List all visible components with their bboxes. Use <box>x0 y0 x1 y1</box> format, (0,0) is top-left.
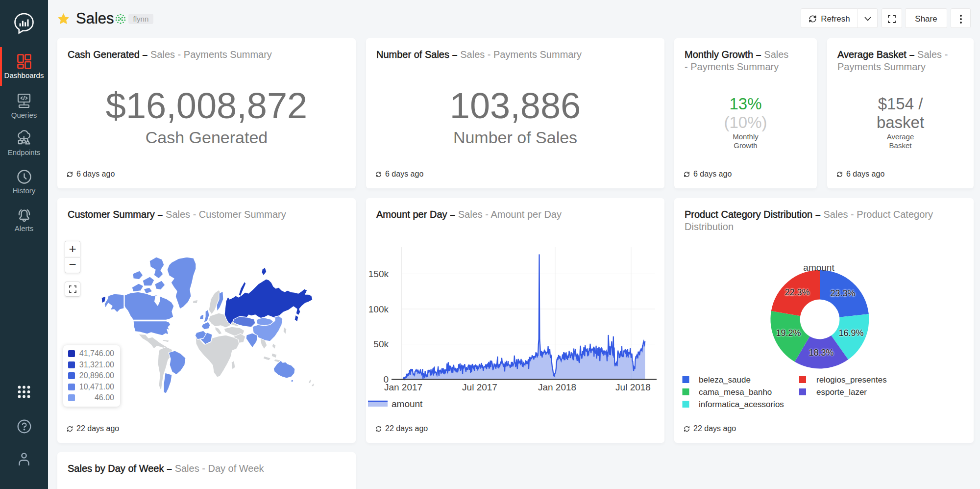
svg-text:150k: 150k <box>368 269 389 279</box>
svg-text:Jul 2017: Jul 2017 <box>462 382 497 392</box>
svg-text:esporte_lazer: esporte_lazer <box>816 387 867 397</box>
svg-text:beleza_saude: beleza_saude <box>699 375 751 385</box>
svg-text:22.3%: 22.3% <box>784 287 809 297</box>
svg-text:relogios_presentes: relogios_presentes <box>816 375 887 385</box>
svg-text:16.9%: 16.9% <box>838 328 863 338</box>
svg-text:amount: amount <box>803 262 834 273</box>
svg-text:100k: 100k <box>368 304 389 314</box>
svg-text:Jan 2017: Jan 2017 <box>384 382 422 392</box>
svg-text:19.2%: 19.2% <box>776 328 801 338</box>
svg-text:18.3%: 18.3% <box>808 348 833 358</box>
svg-text:amount: amount <box>392 399 423 409</box>
svg-text:cama_mesa_banho: cama_mesa_banho <box>699 387 772 397</box>
svg-text:Jul 2018: Jul 2018 <box>615 382 651 392</box>
svg-text:informatica_acessorios: informatica_acessorios <box>699 400 784 409</box>
svg-text:23.3%: 23.3% <box>830 288 855 298</box>
svg-text:Jan 2018: Jan 2018 <box>538 382 576 392</box>
svg-text:50k: 50k <box>373 339 389 349</box>
